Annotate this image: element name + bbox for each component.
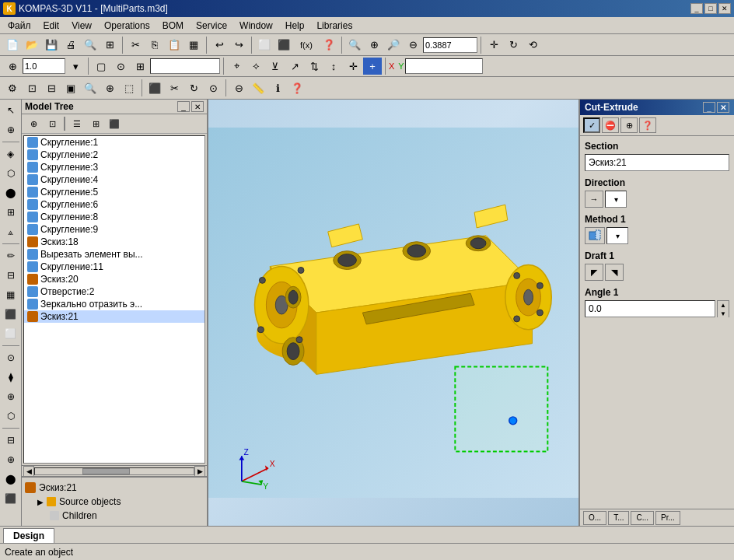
tb-zoom-in[interactable]: 🔎: [384, 37, 403, 54]
tree-bottom-source[interactable]: ▶ Source objects: [37, 495, 204, 509]
tb-format[interactable]: ▦: [184, 37, 203, 54]
ltb-4[interactable]: ⬤: [2, 184, 20, 202]
menu-window[interactable]: Window: [233, 19, 279, 33]
tree-item-skruglenie11[interactable]: Скругление:11: [24, 261, 204, 273]
menu-operations[interactable]: Operations: [98, 19, 156, 33]
tree-tb-2[interactable]: ⊡: [44, 116, 61, 131]
menu-view[interactable]: View: [65, 19, 98, 33]
tb-redo[interactable]: ↪: [229, 37, 248, 54]
tb-cut[interactable]: ✂: [126, 37, 145, 54]
tb2-3[interactable]: ▢: [92, 58, 110, 75]
tb2-13[interactable]: +: [363, 58, 382, 75]
rp-minimize[interactable]: _: [703, 102, 715, 113]
tree-item-eskiz21[interactable]: Эскиз:21: [24, 310, 204, 323]
ltb-14[interactable]: ⊕: [2, 387, 20, 406]
rp-section-value[interactable]: Эскиз:21: [585, 154, 729, 171]
tb2-6[interactable]: ⌖: [227, 58, 246, 75]
tree-item-skruglenie5[interactable]: Скругление:5: [24, 186, 204, 198]
tab-design[interactable]: Design: [3, 528, 54, 543]
tree-item-eskiz20[interactable]: Эскиз:20: [24, 273, 204, 285]
ltb-8[interactable]: ⊟: [2, 266, 20, 285]
tb3-round[interactable]: ⊙: [204, 79, 222, 97]
tree-tb-1[interactable]: ⊕: [25, 116, 42, 131]
rp-spin-down[interactable]: ▼: [718, 310, 729, 318]
tree-item-vyrezat[interactable]: Вырезать элемент вы...: [24, 248, 204, 261]
rp-bottom-o[interactable]: O...: [583, 511, 606, 525]
tb3-6[interactable]: ⊕: [100, 79, 119, 97]
tb-help[interactable]: ❓: [320, 37, 338, 54]
tree-item-skruglenie4[interactable]: Скругление:4: [24, 173, 204, 186]
tb-copy[interactable]: ⎘: [145, 37, 164, 54]
menu-bom[interactable]: BOM: [156, 19, 190, 33]
tb-rotate[interactable]: ↻: [504, 37, 523, 54]
ltb-2[interactable]: ◈: [2, 145, 20, 163]
rp-method-dropdown[interactable]: ▾: [606, 227, 628, 244]
menu-help[interactable]: Help: [279, 19, 311, 33]
tb-open[interactable]: 📂: [23, 37, 41, 54]
tb2-2[interactable]: ▾: [66, 58, 85, 75]
hscroll-left[interactable]: ◀: [23, 466, 34, 477]
menu-libraries[interactable]: Libraries: [310, 19, 358, 33]
rp-angle-spinner[interactable]: ▲ ▼: [717, 300, 729, 317]
ltb-pointer[interactable]: ↖: [2, 101, 20, 120]
tree-content[interactable]: Скругление:1 Скругление:2 Скругление:3 С…: [23, 135, 205, 464]
tree-bottom-selected[interactable]: Эскиз:21: [25, 481, 204, 495]
ltb-15[interactable]: ⬡: [2, 407, 20, 425]
tb-render[interactable]: ⬛: [274, 37, 293, 54]
tb2-7[interactable]: ⟡: [246, 58, 265, 75]
tb2-8[interactable]: ⊻: [266, 58, 285, 75]
rp-tb-4[interactable]: ❓: [639, 117, 656, 133]
tb2-snap[interactable]: ⊙: [111, 58, 130, 75]
tb3-1[interactable]: ⚙: [3, 79, 22, 97]
tb3-info[interactable]: ℹ: [268, 79, 287, 97]
ltb-18[interactable]: ⬤: [2, 470, 20, 488]
ltb-17[interactable]: ⊕: [2, 450, 20, 469]
ltb-1[interactable]: ⊕: [2, 121, 20, 139]
tree-item-skruglenie3[interactable]: Скругление:3: [24, 161, 204, 173]
ltb-13[interactable]: ⧫: [2, 368, 20, 387]
maximize-button[interactable]: □: [704, 3, 717, 14]
tb2-9[interactable]: ↗: [285, 58, 304, 75]
tb-print-preview[interactable]: 🔍: [81, 37, 100, 54]
tb-zoom-select[interactable]: ⊕: [365, 37, 383, 54]
minimize-button[interactable]: _: [690, 3, 703, 14]
rp-tb-3[interactable]: ⊕: [620, 117, 638, 133]
panel-minimize[interactable]: _: [177, 101, 190, 112]
tree-hscroll[interactable]: ◀ ▶: [22, 465, 207, 476]
rp-direction-btn[interactable]: →: [585, 191, 603, 208]
tb3-3[interactable]: ⊟: [42, 79, 61, 97]
viewport[interactable]: X Y Z: [208, 100, 578, 526]
tree-tb-4[interactable]: ⊞: [87, 116, 104, 131]
tb3-extrude[interactable]: ⬛: [145, 79, 164, 97]
tb-paste[interactable]: 📋: [165, 37, 184, 54]
ltb-10[interactable]: ⬛: [2, 305, 20, 324]
tree-tb-5[interactable]: ⬛: [106, 116, 123, 131]
tree-item-skruglenie2[interactable]: Скругление:2: [24, 149, 204, 161]
tb-sketch[interactable]: ⬜: [255, 37, 274, 54]
tree-item-skruglenie8[interactable]: Скругление:8: [24, 211, 204, 223]
rp-spin-up[interactable]: ▲: [718, 301, 729, 310]
tree-tb-3[interactable]: ☰: [68, 116, 86, 131]
tb-zoom-out[interactable]: ⊖: [404, 37, 422, 54]
rp-bottom-c[interactable]: C...: [631, 511, 654, 525]
rp-draft-btn1[interactable]: ◤: [585, 264, 603, 281]
menu-file[interactable]: Файл: [2, 19, 37, 33]
menu-service[interactable]: Service: [190, 19, 233, 33]
ltb-3[interactable]: ⬡: [2, 164, 20, 183]
tb3-cut[interactable]: ✂: [165, 79, 184, 97]
tb3-7[interactable]: ⬚: [120, 79, 138, 97]
panel-close[interactable]: ✕: [191, 101, 204, 112]
tb2-1[interactable]: ⊕: [3, 58, 22, 75]
tb-zoom-all[interactable]: 🔍: [345, 37, 364, 54]
tb2-12[interactable]: ✛: [344, 58, 362, 75]
rp-draft-btn2[interactable]: ◥: [605, 264, 624, 281]
rp-close[interactable]: ✕: [717, 102, 729, 113]
tree-item-skruglenie9[interactable]: Скругление:9: [24, 223, 204, 236]
rp-angle-input[interactable]: [585, 300, 715, 317]
ltb-9[interactable]: ▦: [2, 285, 20, 304]
tree-bottom-children[interactable]: Children: [37, 509, 204, 523]
tb3-5[interactable]: 🔍: [81, 79, 100, 97]
tb-pan[interactable]: ✛: [484, 37, 503, 54]
tb-save[interactable]: 💾: [42, 37, 61, 54]
hscroll-right[interactable]: ▶: [194, 466, 205, 477]
